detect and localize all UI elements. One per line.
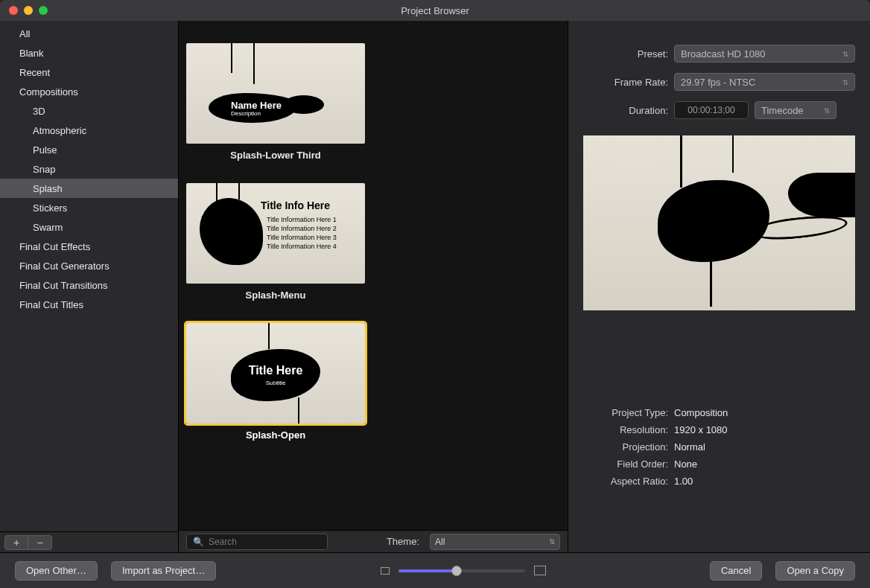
theme-select[interactable]: All ⇅ bbox=[430, 534, 560, 550]
template-splash-lower-third[interactable]: Name Here Description Splash-Lower Third bbox=[186, 43, 365, 161]
frame-rate-label: Frame Rate: bbox=[583, 77, 668, 88]
titlebar: Project Browser bbox=[0, 0, 870, 21]
template-thumbnail: Name Here Description bbox=[186, 43, 365, 144]
meta-label-projection: Projection: bbox=[583, 441, 668, 453]
template-label: Splash-Menu bbox=[246, 290, 306, 301]
preset-select[interactable]: Broadcast HD 1080 ⇅ bbox=[674, 45, 855, 63]
search-input[interactable] bbox=[209, 537, 321, 547]
project-settings-form: Preset: Broadcast HD 1080 ⇅ Frame Rate: … bbox=[583, 21, 855, 119]
sidebar-item-label: Final Cut Effects bbox=[19, 241, 90, 252]
duration-label: Duration: bbox=[583, 105, 668, 116]
content-area: All Blank Recent Compositions 3D Atmosph… bbox=[0, 21, 870, 552]
meta-value-project-type: Composition bbox=[674, 407, 728, 418]
sidebar-list: All Blank Recent Compositions 3D Atmosph… bbox=[0, 21, 178, 531]
meta-label-resolution: Resolution: bbox=[583, 424, 668, 435]
meta-value-aspect-ratio: 1.00 bbox=[674, 476, 693, 487]
meta-label-aspect-ratio: Aspect Ratio: bbox=[583, 476, 668, 487]
minus-icon: − bbox=[36, 537, 42, 549]
sidebar-item-all[interactable]: All bbox=[0, 24, 178, 43]
overlay-line: Title Information Here 1 bbox=[267, 216, 337, 223]
import-as-project-button[interactable]: Import as Project… bbox=[111, 561, 216, 581]
open-other-button[interactable]: Open Other… bbox=[15, 561, 98, 581]
frame-rate-select[interactable]: 29.97 fps - NTSC ⇅ bbox=[674, 73, 855, 91]
sidebar-toolbar: + − bbox=[0, 531, 178, 552]
zoom-small-icon bbox=[381, 567, 390, 575]
sidebar-item-label: Compositions bbox=[19, 86, 78, 98]
zoom-slider-knob[interactable] bbox=[451, 566, 462, 576]
sidebar-item-stickers[interactable]: Stickers bbox=[0, 198, 178, 217]
sidebar: All Blank Recent Compositions 3D Atmosph… bbox=[0, 21, 179, 552]
cancel-button[interactable]: Cancel bbox=[710, 561, 762, 581]
sidebar-item-label: Blank bbox=[19, 48, 44, 59]
remove-button[interactable]: − bbox=[28, 535, 52, 550]
theme-value: All bbox=[435, 537, 445, 547]
meta-label-field-order: Field Order: bbox=[583, 458, 668, 470]
duration-field[interactable]: 00:00:13;00 bbox=[674, 101, 749, 119]
window-title: Project Browser bbox=[0, 5, 870, 16]
project-metadata: Project Type:Composition Resolution:1920… bbox=[583, 407, 855, 487]
template-grid: Name Here Description Splash-Lower Third… bbox=[179, 21, 568, 530]
sidebar-item-blank[interactable]: Blank bbox=[0, 43, 178, 63]
duration-mode-select[interactable]: Timecode ⇅ bbox=[755, 101, 836, 119]
add-button[interactable]: + bbox=[4, 535, 28, 550]
footer: Open Other… Import as Project… Cancel Op… bbox=[0, 552, 870, 588]
frame-rate-value: 29.97 fps - NTSC bbox=[681, 77, 755, 88]
zoom-large-icon bbox=[534, 566, 546, 575]
sidebar-item-label: Final Cut Titles bbox=[19, 299, 83, 310]
sidebar-item-label: All bbox=[19, 28, 30, 39]
sidebar-item-splash[interactable]: Splash bbox=[0, 179, 178, 198]
preview-thumbnail bbox=[583, 135, 855, 310]
sidebar-item-snap[interactable]: Snap bbox=[0, 159, 178, 179]
sidebar-item-label: Final Cut Generators bbox=[19, 261, 109, 272]
open-a-copy-button[interactable]: Open a Copy bbox=[775, 561, 855, 581]
overlay-line: Title Information Here 2 bbox=[267, 225, 337, 232]
sidebar-item-compositions[interactable]: Compositions bbox=[0, 82, 178, 101]
theme-label: Theme: bbox=[387, 536, 419, 547]
overlay-title: Title Info Here bbox=[261, 199, 330, 211]
sidebar-item-label: Swarm bbox=[33, 222, 63, 233]
sidebar-item-swarm[interactable]: Swarm bbox=[0, 217, 178, 237]
preset-label: Preset: bbox=[583, 48, 668, 60]
overlay-title: Name Here Description bbox=[231, 100, 282, 117]
sidebar-item-label: Final Cut Transitions bbox=[19, 280, 108, 291]
search-field[interactable]: 🔍 bbox=[186, 534, 328, 550]
sidebar-item-label: Snap bbox=[33, 164, 55, 175]
chevron-updown-icon: ⇅ bbox=[842, 78, 848, 86]
meta-value-field-order: None bbox=[674, 458, 697, 470]
overlay-line: Title Information Here 3 bbox=[267, 234, 337, 241]
sidebar-item-3d[interactable]: 3D bbox=[0, 101, 178, 121]
sidebar-item-label: Splash bbox=[33, 183, 63, 194]
thumbnail-zoom bbox=[229, 566, 696, 575]
zoom-slider[interactable] bbox=[399, 569, 525, 572]
template-label: Splash-Open bbox=[246, 429, 305, 441]
meta-value-projection: Normal bbox=[674, 441, 705, 453]
template-label: Splash-Lower Third bbox=[230, 150, 320, 161]
inspector: Preset: Broadcast HD 1080 ⇅ Frame Rate: … bbox=[568, 21, 870, 552]
template-thumbnail: Title Here Subtitle bbox=[186, 323, 365, 424]
plus-icon: + bbox=[13, 537, 19, 549]
sidebar-item-fc-titles[interactable]: Final Cut Titles bbox=[0, 295, 178, 314]
duration-mode-value: Timecode bbox=[761, 105, 804, 116]
sidebar-item-fc-effects[interactable]: Final Cut Effects bbox=[0, 237, 178, 256]
meta-label-project-type: Project Type: bbox=[583, 407, 668, 418]
sidebar-item-pulse[interactable]: Pulse bbox=[0, 140, 178, 159]
sidebar-item-label: 3D bbox=[33, 106, 45, 117]
template-splash-open[interactable]: Title Here Subtitle Splash-Open bbox=[186, 323, 365, 441]
project-browser-window: Project Browser All Blank Recent Composi… bbox=[0, 0, 870, 588]
sidebar-item-recent[interactable]: Recent bbox=[0, 63, 178, 82]
search-icon: 🔍 bbox=[193, 537, 204, 547]
template-splash-menu[interactable]: Title Info Here Title Information Here 1… bbox=[186, 183, 365, 301]
sidebar-item-label: Stickers bbox=[33, 202, 67, 214]
sidebar-item-label: Recent bbox=[19, 67, 50, 78]
sidebar-item-fc-transitions[interactable]: Final Cut Transitions bbox=[0, 275, 178, 295]
meta-value-resolution: 1920 x 1080 bbox=[674, 424, 728, 435]
sidebar-item-label: Atmospheric bbox=[33, 125, 86, 136]
sidebar-item-fc-generators[interactable]: Final Cut Generators bbox=[0, 256, 178, 275]
sidebar-item-atmospheric[interactable]: Atmospheric bbox=[0, 121, 178, 140]
chevron-updown-icon: ⇅ bbox=[842, 50, 848, 58]
template-area: Name Here Description Splash-Lower Third… bbox=[179, 21, 568, 552]
preset-value: Broadcast HD 1080 bbox=[681, 48, 765, 60]
center-toolbar: 🔍 Theme: All ⇅ bbox=[179, 530, 568, 552]
overlay-line: Title Information Here 4 bbox=[267, 243, 337, 250]
chevron-updown-icon: ⇅ bbox=[824, 106, 830, 115]
